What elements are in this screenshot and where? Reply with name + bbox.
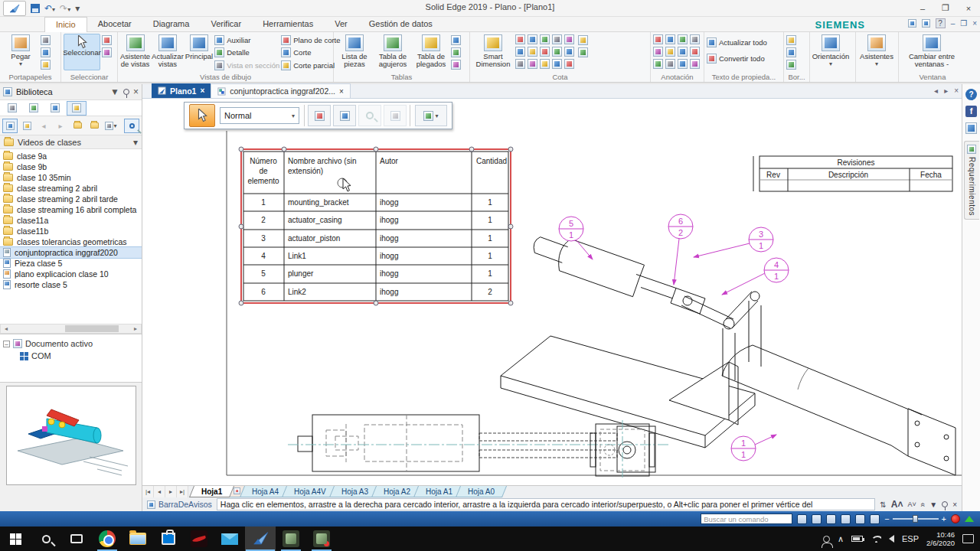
border-icon[interactable] (786, 47, 796, 57)
section-button[interactable]: Corte (281, 47, 340, 57)
font-decrease-icon[interactable]: A˅ (907, 500, 916, 508)
tab-verificar[interactable]: Verificar (200, 17, 252, 32)
drawing-canvas[interactable]: Normal▾ ▾ (142, 99, 962, 485)
convert-all-button[interactable]: Convertir todo (707, 53, 767, 64)
close-tab-icon[interactable]: × (339, 87, 344, 96)
parts-list-table[interactable]: Número de elemento Nombre archivo (sin e… (239, 147, 513, 305)
tab-gallery[interactable] (24, 101, 44, 116)
dock-icon[interactable]: ▼ (929, 500, 937, 509)
copy-icon[interactable] (41, 47, 51, 57)
last-sheet-icon[interactable]: ▸| (177, 486, 188, 497)
update-views-button[interactable]: Actualizar vistas (152, 34, 184, 70)
file-explorer-button[interactable] (122, 527, 153, 551)
format-dimension-icon[interactable] (578, 47, 588, 57)
command-search-input[interactable] (701, 514, 792, 524)
eject-icon[interactable] (965, 516, 974, 522)
new-folder-button[interactable] (87, 119, 102, 133)
cutting-plane-button[interactable]: Plano de corte (281, 35, 340, 45)
mail-button[interactable] (214, 527, 245, 551)
datum-target-icon[interactable] (678, 59, 688, 69)
select-button[interactable]: Seleccionar (64, 34, 100, 70)
list-item[interactable]: resorte clase 5 (0, 279, 142, 290)
people-icon[interactable] (823, 536, 830, 543)
next-sheet-icon[interactable]: ▸ (165, 486, 177, 497)
list-item[interactable]: clase 10 35min (0, 172, 142, 183)
help-icon[interactable]: ? (936, 18, 946, 28)
tab-library[interactable] (67, 101, 87, 116)
forward-button[interactable]: ▸ (53, 119, 68, 133)
auto-dimension-icon[interactable] (564, 47, 574, 57)
grid-tool-button[interactable] (384, 105, 407, 126)
battery-icon[interactable] (851, 536, 863, 542)
list-item[interactable]: plano explicacion clase 10 (0, 269, 142, 279)
distance-between-icon[interactable] (515, 34, 525, 44)
doc-close-button[interactable]: × (972, 19, 977, 28)
format-painter-icon[interactable] (41, 60, 51, 70)
cascade-windows-icon[interactable] (908, 19, 916, 28)
detail-view-button[interactable]: Detalle (214, 47, 279, 57)
edge-condition-icon[interactable] (678, 47, 688, 57)
auxiliary-view-button[interactable]: Auxiliar (214, 35, 279, 45)
update-all-button[interactable]: Actualizar todo (707, 37, 767, 48)
document-tab-plano1[interactable]: Plano1 × (152, 83, 211, 98)
collapse-icon[interactable]: – (3, 341, 10, 347)
paste-button[interactable]: Pegar▾ (2, 34, 39, 70)
zoom-area-icon[interactable] (826, 514, 836, 524)
tree-root[interactable]: – Documento activo (3, 337, 139, 350)
sheet-tab-hoja1[interactable]: Hoja1 (189, 486, 234, 497)
select-options-icon[interactable] (102, 35, 112, 45)
assistants-button[interactable]: Asistentes▾ (858, 34, 895, 70)
taskbar-search-button[interactable] (31, 527, 61, 551)
list-item-selected[interactable]: conjuntopractica inggraf2020 (0, 247, 142, 258)
tab-list-close-icon[interactable]: × (954, 86, 959, 95)
tab-ver[interactable]: Ver (324, 17, 358, 32)
list-item[interactable]: clases tolerancias geometricas (0, 236, 142, 247)
doc-minimize-button[interactable]: – (951, 19, 956, 28)
axis-icon[interactable] (528, 47, 537, 57)
store-button[interactable] (153, 527, 184, 551)
properties-tool-button[interactable]: ▾ (415, 105, 447, 126)
table-icon[interactable] (451, 47, 461, 57)
font-increase-icon[interactable]: A˄ (891, 499, 903, 510)
collapse-icon[interactable]: « (919, 502, 927, 507)
sheet-setup-icon[interactable] (786, 60, 796, 70)
retrieve-dimensions-icon[interactable] (552, 59, 562, 69)
switch-windows-button[interactable]: Cambiar entre ventanas - (901, 34, 962, 70)
screen-capture-icon[interactable] (812, 514, 822, 524)
dimension-style-icon[interactable] (515, 47, 525, 57)
parts-table-tool-button[interactable] (308, 105, 331, 126)
list-item[interactable]: clase 9b (0, 161, 142, 172)
facebook-icon[interactable]: f (965, 106, 977, 117)
leader-icon[interactable] (665, 34, 675, 44)
panes-button[interactable] (2, 119, 18, 133)
first-sheet-icon[interactable]: |◂ (142, 486, 154, 497)
terminal-app-button[interactable] (184, 527, 214, 551)
search-button[interactable] (124, 119, 139, 133)
dimension-tools-icon[interactable] (564, 59, 574, 69)
views-dropdown-button[interactable]: ▾ (103, 119, 119, 133)
minimize-button[interactable]: – (911, 0, 934, 16)
bend-table-button[interactable]: Tabla de plegados (413, 34, 449, 70)
list-item[interactable]: clase streaming 16 abril completa (0, 204, 142, 215)
select-table-tool-button[interactable] (333, 105, 356, 126)
select-tool-button[interactable] (189, 104, 215, 127)
view-wizard-button[interactable]: Asistente de vistas (120, 34, 150, 70)
pin-icon[interactable] (123, 89, 129, 95)
volume-icon[interactable] (889, 535, 894, 543)
run-command-icon[interactable] (797, 514, 807, 524)
doc-restore-button[interactable]: ❐ (960, 19, 967, 28)
list-item[interactable]: clase streaming 2 abril tarde (0, 194, 142, 204)
requirements-tab[interactable]: Requerimientos (964, 141, 979, 220)
alerts-bar-label[interactable]: BarraDeAvisos (142, 500, 217, 509)
tree-node-com[interactable]: COM (3, 350, 139, 362)
back-button[interactable]: ◂ (36, 119, 51, 133)
text-scale-icon[interactable] (578, 35, 588, 45)
background-icon[interactable] (786, 35, 796, 45)
tab-diagrama[interactable]: Diagrama (142, 17, 201, 32)
smart-dimension-button[interactable]: Smart Dimension (472, 34, 514, 70)
close-tab-icon[interactable]: × (200, 86, 204, 95)
panel-close-icon[interactable]: × (133, 86, 139, 97)
center-line-icon[interactable] (690, 59, 700, 69)
text-box-icon[interactable] (690, 47, 700, 57)
zoom-tool-button[interactable] (358, 105, 381, 126)
